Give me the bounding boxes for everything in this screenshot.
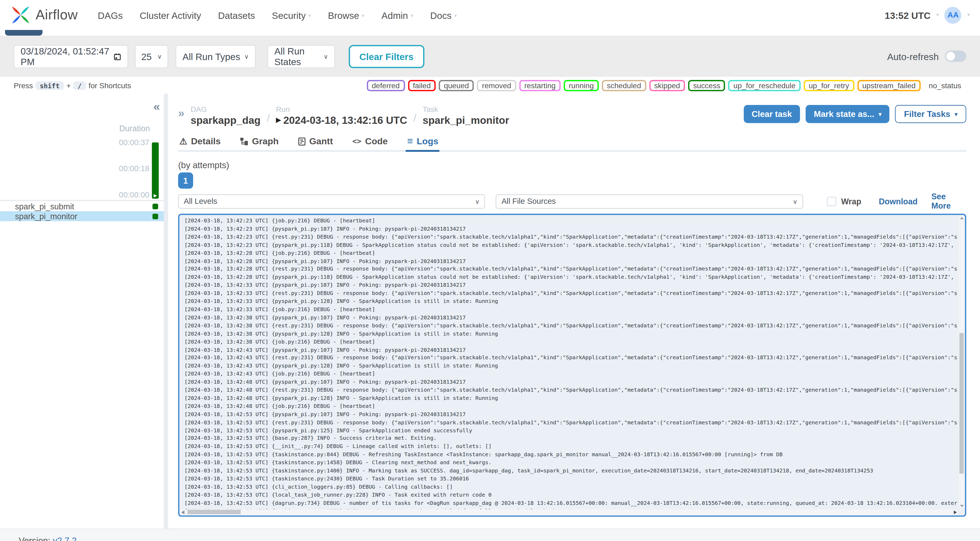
utc-clock[interactable]: 13:52 UTC xyxy=(885,10,931,20)
breadcrumb-task: Task spark_pi_monitor xyxy=(423,105,509,126)
log-line: [2024-03-18, 13:42:43 UTC] {job.py:216} … xyxy=(185,370,958,378)
task-status-square[interactable] xyxy=(153,203,158,209)
play-icon: ▶ xyxy=(276,114,281,126)
breadcrumb-task-link[interactable]: spark_pi_monitor xyxy=(423,114,509,126)
task-row-spark-pi-monitor[interactable]: spark_pi_monitor xyxy=(0,211,164,221)
download-logs-link[interactable]: Download xyxy=(879,197,918,206)
duration-tick: 00:00:00 xyxy=(119,191,150,199)
task-row-spark-pi-submit[interactable]: spark_pi_submit xyxy=(0,201,164,211)
file-source-select[interactable]: All File Sources∨ xyxy=(496,194,803,208)
top-navbar: Airflow DAGs Cluster Activity Datasets S… xyxy=(0,0,980,30)
tab-details[interactable]: ⚠ Details xyxy=(178,133,222,152)
scroll-right-arrow-icon[interactable] xyxy=(954,510,957,514)
log-line: [2024-03-18, 13:42:23 UTC] {rest.py:231}… xyxy=(185,233,958,241)
avatar[interactable]: AA xyxy=(945,6,961,23)
duration-tick: 00:00:18 xyxy=(119,165,150,172)
log-line: [2024-03-18, 13:42:23 UTC] {pyspark_pi.p… xyxy=(185,225,958,233)
nav-datasets[interactable]: Datasets xyxy=(218,10,255,20)
slash-key-badge: / xyxy=(73,81,86,90)
legend-row: Press shift + / for Shortcuts deferred f… xyxy=(0,77,980,94)
legend-badge-removed: removed xyxy=(477,80,516,91)
warning-icon: ⚠ xyxy=(180,137,188,146)
breadcrumb-dag-link[interactable]: sparkapp_dag xyxy=(191,114,261,126)
nav-docs[interactable]: Docs▾ xyxy=(430,10,457,20)
task-actions: Clear task Mark state as...▾ Filter Task… xyxy=(743,105,966,123)
caret-down-icon: ▾ xyxy=(362,13,365,19)
run-states-select[interactable]: All Run States∨ xyxy=(267,45,335,68)
horizontal-scrollbar[interactable] xyxy=(180,509,958,515)
log-line: [2024-03-18, 13:42:43 UTC] {pyspark_pi.p… xyxy=(185,362,958,370)
caret-down-icon: ▾ xyxy=(410,13,413,19)
mark-state-button[interactable]: Mark state as...▾ xyxy=(806,105,889,123)
vertical-scrollbar[interactable] xyxy=(959,215,964,509)
grid-sidebar: « Duration 00:00:37 00:00:18 00:00:00 ▶ … xyxy=(0,94,164,529)
task-details-panel: » DAG sparkapp_dag / Run ▶ 2024-03-18, 1… xyxy=(168,94,980,529)
base-date-input[interactable]: 03/18/2024, 01:52:47 PM xyxy=(14,45,128,68)
tab-graph[interactable]: Graph xyxy=(239,133,280,152)
attempt-1-button[interactable]: 1 xyxy=(178,172,193,189)
breadcrumb-run: Run ▶ 2024-03-18, 13:42:16 UTC xyxy=(276,105,407,126)
task-status-square[interactable] xyxy=(153,213,158,219)
log-line: [2024-03-18, 13:42:28 UTC] {rest.py:231}… xyxy=(185,265,958,273)
legend-badge-no-status: no_status xyxy=(924,80,966,91)
page-size-select[interactable]: 25∨ xyxy=(135,45,168,68)
caret-down-icon: ▾ xyxy=(967,12,970,18)
log-line: [2024-03-18, 13:42:38 UTC] {job.py:216} … xyxy=(185,338,958,346)
caret-down-icon: ▾ xyxy=(454,13,457,19)
scroll-left-arrow-icon[interactable] xyxy=(181,510,185,514)
nav-browse[interactable]: Browse▾ xyxy=(328,10,365,20)
airflow-logo[interactable]: Airflow xyxy=(9,3,78,27)
legend-badge-deferred: deferred xyxy=(367,80,405,91)
nav-admin[interactable]: Admin▾ xyxy=(382,10,413,20)
legend-badge-scheduled: scheduled xyxy=(602,80,646,91)
legend-badge-restarting: restarting xyxy=(519,80,560,91)
task-tabs: ⚠ Details Graph xyxy=(178,133,966,152)
wrap-control: Wrap xyxy=(827,197,861,206)
caret-down-icon: ▾ xyxy=(955,111,958,117)
scroll-up-arrow-icon[interactable] xyxy=(960,217,964,219)
log-level-select[interactable]: All Levels∨ xyxy=(178,194,485,208)
chevron-down-icon: ∨ xyxy=(244,53,249,60)
chevron-down-icon: ∨ xyxy=(793,198,797,205)
state-legend: deferred failed queued removed restartin… xyxy=(367,80,966,91)
dag-run-duration-bar[interactable]: ▶ xyxy=(152,142,159,199)
scroll-down-arrow-icon[interactable] xyxy=(960,505,964,507)
log-line: [2024-03-18, 13:42:43 UTC] {pyspark_pi.p… xyxy=(185,346,958,354)
collapse-sidebar-button[interactable]: « xyxy=(153,101,160,112)
log-controls: All Levels∨ All File Sources∨ Wrap Downl… xyxy=(178,192,966,211)
clear-task-button[interactable]: Clear task xyxy=(743,105,800,123)
tab-logs[interactable]: ≡ Logs xyxy=(406,133,440,152)
navbar-right: 13:52 UTC ▾ AA ▾ xyxy=(885,6,970,23)
log-line: [2024-03-18, 13:42:38 UTC] {rest.py:231}… xyxy=(185,321,958,329)
caret-down-icon: ▾ xyxy=(308,13,311,19)
expand-panel-icon[interactable]: » xyxy=(178,108,185,118)
auto-refresh-label: Auto-refresh xyxy=(887,51,939,62)
nav-dags[interactable]: DAGs xyxy=(98,10,123,20)
duration-tick: 00:00:37 xyxy=(119,139,150,146)
horizontal-scrollbar-thumb[interactable] xyxy=(188,510,240,514)
wrap-checkbox[interactable] xyxy=(827,197,836,206)
nav-security[interactable]: Security▾ xyxy=(272,10,311,20)
log-line: [2024-03-18, 13:42:53 UTC] {cli_action_l… xyxy=(185,483,958,491)
breadcrumb-separator: / xyxy=(413,112,416,125)
panel-resize-gutter[interactable] xyxy=(164,94,168,529)
clear-filters-button[interactable]: Clear Filters xyxy=(349,45,424,68)
log-line: [2024-03-18, 13:42:33 UTC] {rest.py:231}… xyxy=(185,290,958,298)
log-line: [2024-03-18, 13:42:53 UTC] {local_task_j… xyxy=(185,491,958,499)
nav-cluster-activity[interactable]: Cluster Activity xyxy=(140,10,201,20)
tab-gantt[interactable]: Gantt xyxy=(297,133,334,152)
version-link[interactable]: v2.7.2 xyxy=(53,535,77,541)
attempts-caption: (by attempts) xyxy=(178,160,966,170)
vertical-scrollbar-thumb[interactable] xyxy=(959,333,964,473)
filter-tasks-button[interactable]: Filter Tasks▾ xyxy=(895,105,966,123)
run-types-select[interactable]: All Run Types∨ xyxy=(176,45,256,68)
log-line: [2024-03-18, 13:42:38 UTC] {pyspark_pi.p… xyxy=(185,313,958,321)
scrolled-button-remnant[interactable] xyxy=(5,30,43,36)
log-line: [2024-03-18, 13:42:53 UTC] {pyspark_pi.p… xyxy=(185,410,958,418)
tab-code[interactable]: <> Code xyxy=(351,133,389,152)
auto-refresh-toggle[interactable] xyxy=(945,51,966,62)
logs-icon: ≡ xyxy=(407,137,413,146)
breadcrumb-run-link[interactable]: ▶ 2024-03-18, 13:42:16 UTC xyxy=(276,114,407,126)
see-more-link[interactable]: See More xyxy=(931,192,966,211)
log-line: [2024-03-18, 13:42:53 UTC] {taskinstance… xyxy=(185,467,958,475)
